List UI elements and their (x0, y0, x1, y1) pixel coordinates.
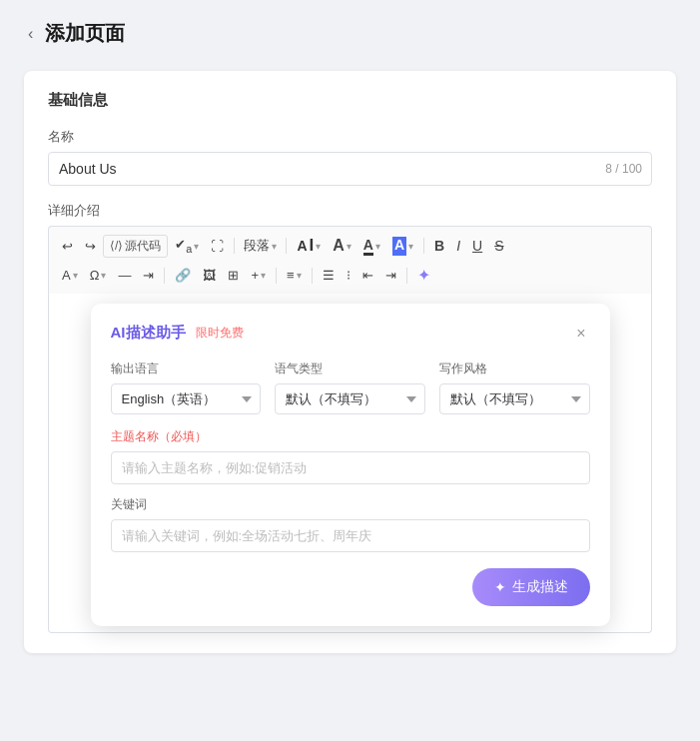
align-chevron: ▾ (297, 270, 302, 281)
image-button[interactable]: 🖼 (198, 265, 221, 286)
font-a-icon: A (297, 238, 307, 254)
chevron-icon: ▾ (194, 241, 199, 252)
table-icon: ⊞ (228, 268, 239, 283)
toolbar-row-2: A ▾ Ω ▾ — ⇥ 🔗 🖼 (57, 263, 643, 288)
list-ol-icon: ☰ (323, 268, 335, 283)
ai-fields-row: 输出语言 English（英语） 中文 日本語 语气类型 默认（不填写） 正式 … (111, 361, 590, 414)
page-container: ‹ 添加页面 基础信息 名称 8 / 100 详细介绍 ↩ ↪ ⟨/⟩ 源代码 … (0, 0, 700, 741)
font-highlight-chevron: ▾ (408, 241, 413, 252)
page-header: ‹ 添加页面 (24, 20, 676, 47)
indent-button[interactable]: ⇥ (138, 265, 159, 286)
omega-chevron: ▾ (101, 270, 106, 281)
keyword-field-label: 关键词 (111, 496, 590, 513)
back-button[interactable]: ‹ (24, 23, 37, 45)
toolbar-sep-1 (234, 238, 235, 254)
font-color-button[interactable]: A ▾ (358, 234, 385, 259)
fullscreen-icon: ⛶ (211, 239, 224, 254)
tone-select[interactable]: 默认（不填写） 正式 轻松 (275, 383, 425, 414)
special-char-button[interactable]: Ω ▾ (85, 265, 112, 286)
tone-field: 语气类型 默认（不填写） 正式 轻松 (275, 361, 425, 414)
theme-input[interactable] (111, 451, 590, 484)
font-size-chevron: ▾ (347, 241, 351, 252)
indent2-icon: ⇥ (385, 268, 396, 283)
font-family-icon: A (62, 268, 71, 283)
paragraph-dropdown[interactable]: 段落 ▾ (240, 234, 281, 258)
editor-toolbar: ↩ ↪ ⟨/⟩ 源代码 ✔a ▾ ⛶ 段落 ▾ (48, 226, 652, 294)
outdent-button[interactable]: ⇤ (357, 265, 378, 286)
ai-badge: 限时免费 (196, 325, 244, 342)
output-lang-field: 输出语言 English（英语） 中文 日本語 (111, 361, 262, 414)
paragraph-label: 段落 (244, 237, 270, 255)
tone-label: 语气类型 (275, 361, 425, 377)
wand-button[interactable]: ✦ (412, 263, 435, 288)
output-lang-label: 输出语言 (111, 361, 262, 377)
toolbar-sep-7 (406, 268, 407, 284)
toolbar-sep-2 (286, 238, 287, 254)
font-size-ai-button[interactable]: A I ▾ (292, 233, 326, 259)
generate-button[interactable]: ✦ 生成描述 (472, 568, 590, 606)
link-icon: 🔗 (175, 268, 191, 283)
fullscreen-button[interactable]: ⛶ (206, 236, 229, 257)
indent-icon: ⇥ (143, 268, 154, 283)
font-a-big-icon: I (310, 236, 315, 256)
source-code-button[interactable]: ⟨/⟩ 源代码 (103, 235, 168, 258)
font-family-chevron: ▾ (73, 270, 78, 281)
image-icon: 🖼 (203, 268, 216, 283)
hr-button[interactable]: — (113, 265, 136, 286)
list-ul-icon: ⁝ (347, 268, 350, 283)
table-button[interactable]: ⊞ (223, 265, 244, 286)
spellcheck-button[interactable]: ✔a ▾ (170, 234, 204, 258)
section-title: 基础信息 (48, 91, 652, 110)
name-input[interactable] (48, 152, 652, 186)
font-size-icon: A (333, 237, 345, 255)
undo-button[interactable]: ↩ (57, 236, 78, 257)
toolbar-sep-6 (312, 268, 313, 284)
underline-button[interactable]: U (467, 235, 487, 257)
strikethrough-button[interactable]: S (489, 235, 508, 257)
wand-icon: ✦ (417, 266, 430, 285)
font-color-chevron: ▾ (375, 241, 380, 252)
font-size-button[interactable]: A ▾ (328, 234, 356, 258)
link-button[interactable]: 🔗 (170, 265, 196, 286)
font-ai-chevron: ▾ (316, 241, 321, 252)
outdent-icon: ⇤ (362, 268, 373, 283)
indent2-button[interactable]: ⇥ (380, 265, 401, 286)
bold-button[interactable]: B (429, 235, 449, 257)
keyword-input[interactable] (111, 519, 590, 552)
style-label: 写作风格 (439, 361, 590, 377)
toolbar-sep-3 (423, 238, 424, 254)
toolbar-sep-4 (164, 268, 165, 284)
paragraph-chevron: ▾ (272, 241, 277, 252)
ai-modal-title: AI描述助手 (111, 324, 186, 343)
name-field-label: 名称 (48, 128, 652, 146)
italic-button[interactable]: I (451, 235, 465, 257)
list-ol-button[interactable]: ☰ (318, 265, 340, 286)
spellcheck-icon: ✔a (175, 237, 192, 255)
generate-label: 生成描述 (512, 578, 568, 596)
font-highlight-icon: A (392, 237, 406, 256)
section-card: 基础信息 名称 8 / 100 详细介绍 ↩ ↪ ⟨/⟩ 源代码 ✔a ▾ (24, 71, 676, 653)
list-ul-button[interactable]: ⁝ (342, 265, 355, 286)
editor-body[interactable]: AI描述助手 限时免费 × 输出语言 English（英语） 中文 日本語 (48, 294, 652, 633)
omega-icon: Ω (90, 268, 100, 283)
ai-close-button[interactable]: × (572, 325, 589, 343)
ai-title-group: AI描述助手 限时免费 (111, 324, 244, 343)
font-highlight-button[interactable]: A ▾ (387, 234, 418, 259)
align-icon: ≡ (287, 268, 295, 283)
redo-button[interactable]: ↪ (80, 236, 101, 257)
plus-chevron: ▾ (261, 270, 266, 281)
detail-field-label: 详细介绍 (48, 202, 652, 220)
style-select[interactable]: 默认（不填写） 描述性 说服性 (439, 383, 590, 414)
generate-btn-row: ✦ 生成描述 (111, 568, 590, 606)
plus-icon: + (251, 268, 259, 283)
align-button[interactable]: ≡ ▾ (282, 265, 307, 286)
output-lang-select[interactable]: English（英语） 中文 日本語 (111, 383, 262, 414)
ai-modal-header: AI描述助手 限时免费 × (111, 324, 590, 343)
generate-icon: ✦ (494, 579, 506, 595)
font-family-button[interactable]: A ▾ (57, 265, 83, 286)
style-field: 写作风格 默认（不填写） 描述性 说服性 (439, 361, 590, 414)
font-color-icon: A (363, 237, 373, 256)
insert-plus-button[interactable]: + ▾ (246, 265, 271, 286)
ai-modal: AI描述助手 限时免费 × 输出语言 English（英语） 中文 日本語 (91, 304, 610, 626)
hr-icon: — (118, 268, 131, 283)
